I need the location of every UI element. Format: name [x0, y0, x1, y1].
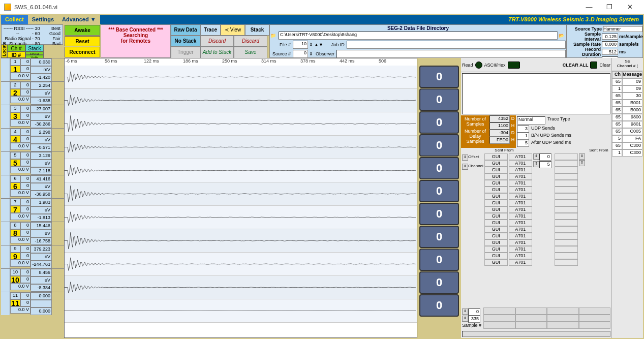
channel-row: 4 0 4 0 0.0 V 2.298 uV -0.571 — [1, 128, 64, 151]
ch-val-b: 0 — [20, 292, 30, 299]
channel-id[interactable]: 6 — [10, 182, 20, 190]
sr-value[interactable]: 8,000 — [602, 41, 618, 47]
trigger-button[interactable]: Trigger — [171, 47, 200, 59]
channel-id[interactable]: 3 — [10, 112, 20, 119]
channel-row: 5 0 5 0 0.0 V 3.129 uV -2.118 — [1, 151, 64, 175]
gui-from-cell: GUI — [484, 259, 508, 266]
gui-from-cell: GUI — [484, 246, 508, 253]
source-num-spinner[interactable]: ⇕ — [309, 51, 313, 56]
ch-min: 0.000 — [30, 307, 52, 315]
add-to-stack-button[interactable]: Add to Stack — [200, 47, 234, 59]
minimize-button[interactable]: — — [579, 1, 599, 13]
file-num-spinner[interactable]: ⇕ — [309, 42, 313, 47]
channel-spinner[interactable]: ⇕ — [462, 164, 468, 170]
sample-bar: ⇕0 ⇕335 Sample # — [461, 306, 611, 330]
far-right-spinner-2[interactable]: ⇕ — [579, 160, 585, 166]
no-stack-button[interactable]: No Stack — [171, 36, 200, 47]
waveform-trace[interactable] — [65, 299, 417, 323]
discard-button-1[interactable]: Discard — [200, 36, 234, 47]
message-log-row: 5FA — [612, 135, 643, 142]
sample0-spinner[interactable]: ⇕ — [462, 309, 468, 315]
tab-advanced[interactable]: Advanced ▼ — [58, 15, 100, 24]
save-button[interactable]: Save — [234, 47, 267, 59]
channel-id[interactable]: 1 — [10, 66, 20, 73]
jobid-input[interactable] — [347, 41, 566, 49]
channel-id[interactable]: 8 — [10, 229, 20, 236]
ch-max: 1.983 — [30, 199, 52, 206]
view-button[interactable]: ≺ View — [221, 24, 245, 36]
si-value[interactable]: 0.125 — [602, 34, 618, 40]
offset-spinner[interactable]: ⇕ — [462, 155, 468, 161]
gui-to-cell: A701 — [509, 213, 532, 220]
channel-id[interactable]: 9 — [10, 253, 20, 260]
maximize-button[interactable]: ❐ — [599, 1, 620, 13]
rd-value[interactable]: 512 — [602, 49, 618, 55]
folder-icon[interactable]: 📁 — [270, 33, 278, 38]
gui-blank-cell — [555, 206, 578, 213]
ch-index: 4 — [10, 129, 20, 136]
waveform-trace[interactable] — [65, 112, 417, 136]
source-num-input[interactable]: 0 — [293, 50, 308, 58]
srctype-value[interactable]: Hammer — [603, 26, 642, 32]
sample0-value[interactable]: 0 — [468, 309, 480, 316]
waveform-trace[interactable] — [65, 136, 417, 159]
sample335-spinner[interactable]: ⇕ — [462, 316, 468, 322]
tab-settings[interactable]: Settings — [28, 15, 58, 24]
reconnect-button[interactable]: Reconnect — [65, 47, 100, 57]
time-axis: -6 ms58 ms122 ms186 ms250 ms314 ms378 ms… — [65, 58, 417, 66]
sample-scrollbar[interactable] — [462, 331, 610, 337]
channel-id[interactable]: 11 — [10, 299, 20, 306]
normal-select[interactable]: Normal — [517, 116, 545, 125]
channel-indicator — [1, 245, 10, 268]
right-spinner-1[interactable]: ⇕ — [533, 153, 539, 160]
raw-data-button[interactable]: Raw Data — [171, 24, 200, 36]
log-textarea[interactable] — [462, 73, 610, 114]
channel-id[interactable]: 10 — [10, 276, 20, 283]
right-spinner-2[interactable]: ⇕ — [533, 161, 539, 167]
close-button[interactable]: ✕ — [620, 1, 640, 13]
waveform-trace[interactable] — [65, 253, 417, 276]
time-tick: 442 ms — [339, 58, 378, 66]
far-right-spinner-1[interactable]: ⇕ — [579, 153, 585, 160]
ch-val-c: 0 — [20, 89, 30, 96]
ch-val-b: 0 — [20, 245, 30, 253]
awake-button[interactable]: Awake — [65, 25, 100, 36]
udp-sends-value[interactable]: 3 — [517, 126, 529, 133]
right-box5-value[interactable]: 5 — [539, 161, 551, 168]
channel-id[interactable]: 4 — [10, 136, 20, 143]
file-num-stepper[interactable]: ▲▼ — [314, 42, 323, 47]
waveform-area[interactable]: -6 ms58 ms122 ms186 ms250 ms314 ms378 ms… — [64, 58, 417, 338]
waveform-trace[interactable] — [65, 276, 417, 299]
waveform-trace[interactable] — [65, 182, 417, 206]
trace-button[interactable]: Trace — [200, 24, 221, 36]
waveform-trace[interactable] — [65, 89, 417, 112]
observer-input[interactable] — [336, 50, 566, 58]
locate-tab[interactable]: Locate — [1, 45, 7, 58]
channel-id[interactable]: 5 — [10, 159, 20, 166]
waveform-trace[interactable] — [65, 159, 417, 182]
clear-all-button[interactable]: CLEAR ALL — [563, 63, 589, 68]
sample335-value[interactable]: 335 — [468, 316, 480, 323]
bn-value[interactable]: 1 — [517, 133, 529, 140]
ch-unit — [30, 300, 52, 307]
nsamp-value: 4352 — [489, 115, 510, 122]
clear-label[interactable]: Clear — [599, 63, 610, 68]
rssi-rows: - 30Best- 60Good- 70Fair- 80Bad — [32, 26, 60, 46]
file-num-input[interactable]: 10 — [293, 41, 308, 49]
discard-button-2[interactable]: Discard — [234, 36, 267, 47]
ch-unit: uV — [30, 276, 52, 284]
waveform-trace[interactable] — [65, 206, 417, 229]
file-path-input[interactable]: C:\Users\TRT-V8000\Desktop\8shang — [279, 32, 558, 40]
reset-button[interactable]: Reset — [65, 36, 100, 47]
waveform-trace[interactable] — [65, 66, 417, 89]
browse-icon[interactable]: 📂 — [559, 33, 566, 38]
rssi-legend: ------ RSSI ------ Radio Signal Strength… — [1, 24, 63, 45]
waveform-trace[interactable] — [65, 229, 417, 253]
read-label: Read — [462, 63, 473, 68]
right-offset-value[interactable]: 0 — [539, 153, 551, 161]
after-value[interactable]: 5 — [517, 140, 529, 147]
channel-id[interactable]: 2 — [10, 89, 20, 96]
tab-collect[interactable]: Collect — [1, 15, 28, 24]
stack-button[interactable]: Stack — [245, 24, 269, 36]
channel-id[interactable]: 7 — [10, 206, 20, 213]
